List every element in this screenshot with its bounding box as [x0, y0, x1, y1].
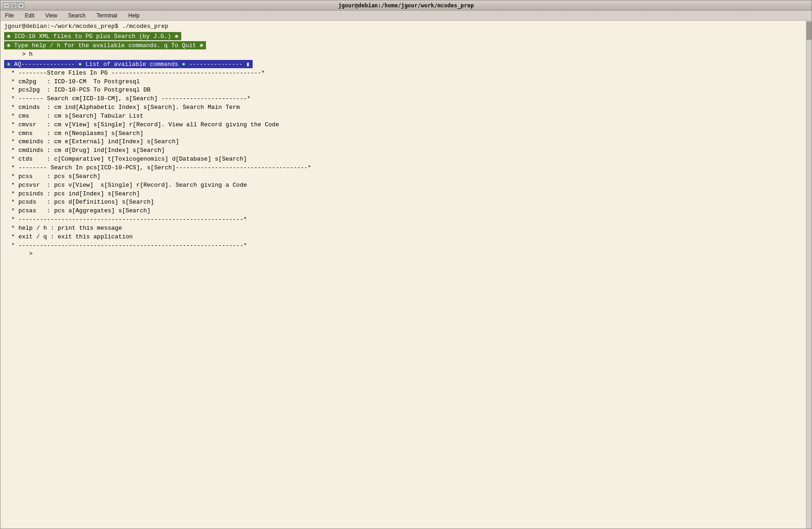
header-bar-1: ✱ ICD-10 XML files to PG plus Search (by…: [4, 32, 802, 40]
info-bar-text: List of available commands: [86, 61, 182, 68]
minimize-button[interactable]: −: [3, 2, 10, 9]
command-line: * pcs2pg : ICD-10-PCS To Postgresql DB: [4, 86, 802, 95]
menu-help[interactable]: Help: [125, 11, 142, 20]
command-line: * pcss : pcs s[Search]: [4, 173, 802, 181]
info-bar-right: ▮: [243, 61, 250, 68]
prompt-line: jgour@debian:~/work/mcodes_prep$ ./mcode…: [4, 22, 802, 31]
menubar: File Edit View Search Terminal Help: [0, 11, 812, 21]
command-line: * cmdinds : cm d[Drug] ind[Index] s[Sear…: [4, 146, 802, 155]
command-line: >: [4, 250, 802, 259]
scrollbar-thumb[interactable]: [807, 22, 812, 40]
info-bullet2: ●: [182, 61, 189, 68]
terminal-window: − □ ✕ jgour@debian:/home/jgour/work/mcod…: [0, 0, 812, 529]
menu-search[interactable]: Search: [65, 11, 88, 20]
menu-terminal[interactable]: Terminal: [94, 11, 120, 20]
terminal-area: jgour@debian:~/work/mcodes_prep$ ./mcode…: [0, 21, 812, 529]
command-line: * exit / q : exit this application: [4, 233, 802, 242]
menu-edit[interactable]: Edit: [22, 11, 37, 20]
input-line: > h: [4, 50, 802, 59]
command-lines: * --------Store Files In PG ------------…: [4, 69, 802, 259]
info-bar-indicator: ✱: [7, 61, 14, 68]
command-line: * pcsvsr : pcs v[View] s[Single] r[Recor…: [4, 181, 802, 190]
titlebar: − □ ✕ jgour@debian:/home/jgour/work/mcod…: [0, 0, 812, 11]
command-line: * cmvsr : cm v[View] s[Single] r[Record]…: [4, 121, 802, 130]
header2-text: Type help / h for the available commands…: [14, 42, 200, 49]
vertical-scrollbar[interactable]: [806, 21, 812, 529]
command-line: * pcsas : pcs a[Aggregates] s[Search]: [4, 207, 802, 216]
command-line: * ------- Search cm[ICD-10-CM], s[Search…: [4, 95, 802, 103]
header2-prefix: ✱: [7, 42, 14, 49]
command-line: * help / h : print this message: [4, 224, 802, 233]
header1-suffix: ✱: [175, 33, 179, 40]
close-button[interactable]: ✕: [18, 2, 24, 9]
header-bar-2: ✱ Type help / h for the available comman…: [4, 41, 802, 49]
terminal-content[interactable]: jgour@debian:~/work/mcodes_prep$ ./mcode…: [0, 21, 806, 529]
info-bar-dashes2: ---------------: [189, 61, 243, 68]
command-line: * --------Store Files In PG ------------…: [4, 69, 802, 78]
maximize-button[interactable]: □: [11, 2, 17, 9]
command-line: * pcsds : pcs d[Definitions] s[Search]: [4, 198, 802, 207]
command-line: * cm2pg : ICD-10-CM To Postgresql: [4, 78, 802, 86]
info-bullet1: ●: [75, 61, 85, 68]
command-line: * --------------------------------------…: [4, 242, 802, 250]
info-bar-dashes1: ---------------: [21, 61, 75, 68]
menu-file[interactable]: File: [2, 11, 16, 20]
info-bar: ✱ AQ--------------- ● List of available …: [4, 60, 802, 68]
command-line: * cminds : cm ind[Alphabetic Index] s[Se…: [4, 103, 802, 112]
menu-view[interactable]: View: [43, 11, 60, 20]
window-title: jgour@debian:/home/jgour/work/mcodes_pre…: [31, 2, 781, 9]
command-line: * cmns : cm n[Neoplasms] s[Search]: [4, 130, 802, 138]
command-line: * cms : cm s[Search] Tabular List: [4, 112, 802, 121]
command-line: * cmeinds : cm e[External] ind[Index] s[…: [4, 138, 802, 146]
command-line: * ctds : c[Comparative] t[Toxicogenomics…: [4, 155, 802, 164]
command-line: * -------- Search In pcs[ICD-10-PCS], s[…: [4, 164, 802, 173]
command-line: * --------------------------------------…: [4, 216, 802, 224]
header1-text: ICD-10 XML files to PG plus Search (by J…: [14, 33, 175, 40]
info-bar-left: AQ: [14, 61, 22, 68]
header1-prefix: ✱: [7, 33, 14, 40]
command-line: * pcsinds : pcs ind[Index] s[Search]: [4, 190, 802, 199]
header2-suffix: ✱: [200, 42, 203, 49]
